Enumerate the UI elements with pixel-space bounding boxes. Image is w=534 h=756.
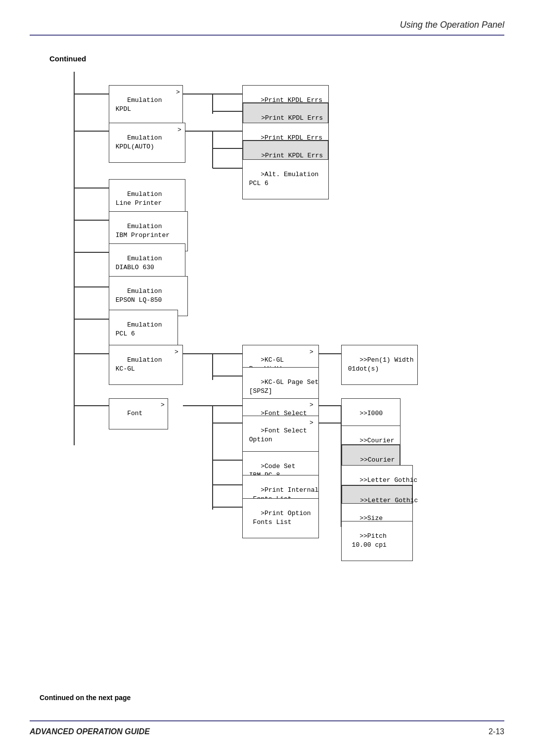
pitch-box: >>Pitch 10.00 cpi [341,521,413,561]
footer-line [30,720,504,721]
kpdl-arrow: > [176,89,180,96]
kpdl-auto-arrow: > [178,126,181,134]
footer-right: 2-13 [489,727,504,736]
emulation-kcgl-box: Emulation KC-GL [109,345,183,385]
emulation-kpdl-auto-box: Emulation KPDL(AUTO) [109,123,185,163]
kcgl-arrow: > [175,348,178,356]
font-select-option-arrow: > [310,419,313,426]
continued-bottom-label: Continued on the next page [40,694,131,702]
font-arrow: > [161,401,165,409]
continued-top-label: Continued [49,54,86,63]
i000-box: >>I000 [341,398,400,429]
font-box: Font [109,398,168,429]
print-option-fonts-box: >Print Option Fonts List [242,498,319,538]
content-area: Continued [30,45,504,711]
pen1-width-box: >>Pen(1) Width 01dot(s) [341,345,418,385]
emulation-pcl6-box: Emulation PCL 6 [109,310,178,350]
font-select-internal-arrow: > [310,401,313,409]
font-select-option-box: >Font Select Option [242,416,319,456]
footer-left: ADVANCED OPERATION GUIDE [30,727,150,736]
pen-width-arrow: > [310,348,313,356]
page-header: Using the Operation Panel [400,20,504,30]
emulation-kpdl-box: Emulation KPDL [109,85,183,125]
header-line [30,35,504,36]
alt-emulation-box: >Alt. Emulation PCL 6 [242,159,329,199]
